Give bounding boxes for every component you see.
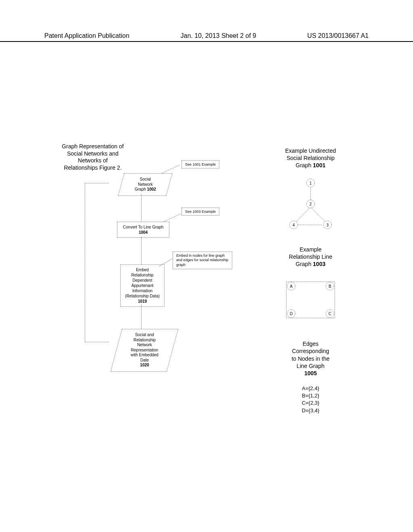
callout-see-1001: See 1001 Example xyxy=(181,160,219,168)
flow-1020-l3: Network xyxy=(137,343,152,347)
flow-1019-l5: Information xyxy=(132,289,152,293)
t1005-l2: Corresponding xyxy=(292,348,329,354)
figure-title: Graph Representation of Social Networks … xyxy=(60,143,125,171)
g1003-node-B: B xyxy=(329,284,332,289)
flow-1004-ref: 1004 xyxy=(139,230,148,235)
flow-box-1020: Social and Relationship Network Represen… xyxy=(111,329,178,372)
t1001-l2: Social Relationship xyxy=(286,155,334,161)
flow-1020-ref: 1020 xyxy=(140,363,149,367)
g1003-node-A: A xyxy=(290,284,293,289)
title-edges-1005: Edges Corresponding to Nodes in the Line… xyxy=(254,340,367,377)
flow-1002-l3: Graph xyxy=(135,187,147,191)
page-header: Patent Application Publication Jan. 10, … xyxy=(0,32,413,42)
t1003-l1: Example xyxy=(300,246,321,253)
flow-box-1004: Convert To Line Graph 1004 xyxy=(117,222,169,238)
g1001-node-1: 1 xyxy=(309,181,312,185)
flow-1002-l2: Network xyxy=(138,182,153,187)
flow-1002-ref: 1002 xyxy=(147,187,156,191)
t1005-ref: 1005 xyxy=(304,370,317,376)
edge-A: A={2,4} xyxy=(254,385,367,392)
flow-1020-l5: with Embedded xyxy=(131,353,159,357)
t1001-l3: Graph xyxy=(296,162,313,168)
flow-1020-l4: Representation xyxy=(131,348,158,352)
examples-column: Example Undirected Social Relationship G… xyxy=(254,147,367,414)
title-graph-1003: Example Relationship Line Graph 1003 xyxy=(254,246,367,268)
flow-1019-l6: (Relationship Data) xyxy=(125,294,160,298)
connector-1002-1004 xyxy=(141,194,142,222)
flow-1020-l2: Relationship xyxy=(133,338,155,342)
t1003-l3: Graph xyxy=(296,261,313,267)
flow-1019-l1: Embed xyxy=(136,268,149,272)
flow-1004-l1: Convert To Line Graph xyxy=(123,225,163,229)
callout-line-1003 xyxy=(163,214,181,222)
header-right: US 2013/0013667 A1 xyxy=(307,32,369,39)
t1001-l1: Example Undirected xyxy=(285,148,336,154)
edge-D: D={3,4} xyxy=(254,407,367,414)
g1001-node-3: 3 xyxy=(326,223,329,227)
t1005-l4: Line Graph xyxy=(296,363,324,369)
svg-line-2 xyxy=(295,207,311,222)
title-graph-1001: Example Undirected Social Relationship G… xyxy=(254,147,367,169)
callout-line-embed xyxy=(159,258,173,266)
g1003-node-D: D xyxy=(290,312,292,316)
t1005-l3: to Nodes in the xyxy=(292,355,330,362)
flow-1002-l1: Social xyxy=(140,177,150,181)
connector-1004-1019 xyxy=(141,237,142,264)
title-bracket xyxy=(85,183,109,342)
g1001-node-4: 4 xyxy=(292,223,295,227)
flow-1019-l4: Appurtenant xyxy=(131,283,154,288)
graph-1001: 1 2 3 4 xyxy=(278,177,343,234)
edge-B: B={1,2} xyxy=(254,392,367,399)
flow-1020-l1: Social and xyxy=(135,332,154,337)
graph-1003: A B C D xyxy=(274,276,347,328)
svg-line-1 xyxy=(311,207,326,222)
header-left: Patent Application Publication xyxy=(44,32,129,39)
t1003-l2: Relationship Line xyxy=(289,254,332,260)
connector-1019-1020 xyxy=(141,305,142,329)
flow-box-1019: Embed Relationship Dependent Appurtenant… xyxy=(120,264,165,307)
callout-line-1001 xyxy=(161,165,180,174)
flow-1020-l6: Date xyxy=(140,358,148,362)
callout-see-1003: See 1003 Example xyxy=(181,208,219,216)
g1001-node-2: 2 xyxy=(309,202,312,206)
edge-list-1005: A={2,4} B={1,2} C={2,3} D={3,4} xyxy=(254,385,367,414)
flow-1019-l3: Dependent xyxy=(133,278,152,283)
edge-C: C={2,3} xyxy=(254,399,367,407)
callout-embed-note: Embed in nodes for line graph and edges … xyxy=(173,251,232,269)
t1001-ref: 1001 xyxy=(313,162,325,168)
header-center: Jan. 10, 2013 Sheet 2 of 9 xyxy=(180,32,256,39)
t1005-l1: Edges xyxy=(302,341,319,347)
t1003-ref: 1003 xyxy=(313,261,325,267)
flow-box-1002: Social Network Graph 1002 xyxy=(118,173,173,196)
flow-1019-ref: 1019 xyxy=(138,299,147,303)
flow-1019-l2: Relationship xyxy=(131,273,153,277)
g1003-node-C: C xyxy=(328,312,331,316)
